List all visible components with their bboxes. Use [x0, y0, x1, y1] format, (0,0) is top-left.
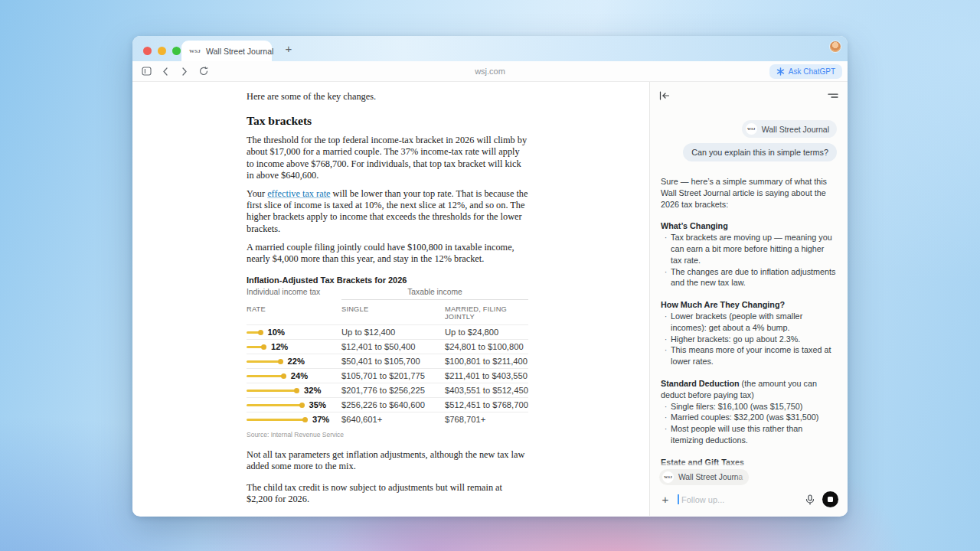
forward-icon[interactable]: [178, 65, 191, 77]
minimize-window-button[interactable]: [158, 47, 166, 55]
married-range: Up to $24,800: [445, 328, 528, 337]
table-row: 10%Up to $12,400Up to $24,800: [247, 324, 528, 339]
rate-bar-dot: [278, 359, 283, 364]
assistant-bullet: ·Single filers: $16,100 (was $15,750): [661, 401, 837, 412]
chart-rows: 10%Up to $12,400Up to $24,80012%$12,401 …: [247, 324, 528, 426]
add-attachment-button[interactable]: +: [659, 494, 671, 506]
single-range: Up to $12,400: [341, 328, 445, 337]
browser-toolbar: wsj.com Ask ChatGPT: [132, 61, 848, 82]
browser-window: WSJ Wall Street Journal +: [132, 36, 848, 517]
chart-source: Source: Internal Revenue Service: [247, 431, 528, 439]
wsj-badge-icon: WSJ: [746, 123, 757, 135]
married-range: $512,451 to $768,700: [445, 400, 528, 409]
rate-bar: [247, 404, 302, 406]
rate-label: 22%: [288, 357, 305, 366]
article-paragraph: Here are some of the key changes.: [247, 91, 528, 103]
rate-label: 37%: [312, 415, 329, 424]
single-range: $256,226 to $640,600: [341, 400, 445, 409]
ask-chatgpt-button[interactable]: Ask ChatGPT: [769, 64, 842, 79]
rate-bar-dot: [302, 417, 308, 422]
assistant-intro: Sure — here’s a simple summary of what t…: [661, 176, 837, 210]
rate-bar: [247, 360, 281, 363]
chat-panel: WSJ Wall Street Journal Can you explain …: [649, 82, 848, 516]
tab-title: Wall Street Journal: [206, 47, 273, 56]
openai-icon: [776, 67, 785, 76]
reload-icon[interactable]: [198, 65, 210, 77]
composer-context-chip[interactable]: WSJ Wall Street Journa: [659, 469, 749, 485]
ask-chatgpt-label: Ask ChatGPT: [789, 67, 835, 76]
assistant-bullet: ·Higher brackets: go up about 2.3%.: [661, 334, 837, 345]
assistant-bullet: ·The changes are due to inflation adjust…: [661, 266, 837, 289]
single-range: $50,401 to $105,700: [341, 357, 445, 366]
back-icon[interactable]: [159, 65, 172, 77]
context-chip-label: Wall Street Journal: [762, 125, 829, 134]
article-paragraph: Not all tax parameters get inflation adj…: [247, 449, 528, 472]
text-caret: [678, 494, 679, 504]
tab-wall-street-journal[interactable]: WSJ Wall Street Journal: [181, 41, 272, 61]
single-range: $201,776 to $256,225: [341, 386, 445, 395]
rate-label: 35%: [309, 400, 326, 409]
assistant-section-heading: How Much Are They Changing?: [661, 299, 837, 311]
chart-title: Inflation-Adjusted Tax Brackets for 2026: [247, 276, 528, 285]
new-tab-button[interactable]: +: [281, 41, 296, 57]
single-range: $12,401 to $50,400: [341, 342, 445, 351]
avatar[interactable]: [830, 41, 841, 52]
article-heading-tax-brackets: Tax brackets: [247, 114, 528, 128]
chart-group-label-right: Taxable income: [341, 288, 528, 300]
table-row: 24%$105,701 to $201,775$211,401 to $403,…: [247, 368, 528, 383]
married-range: $403,551 to $512,450: [445, 386, 528, 395]
zoom-window-button[interactable]: [172, 47, 181, 55]
table-row: 22%$50,401 to $105,700$100,801 to $211,4…: [247, 354, 528, 368]
article-paragraph: Your effective tax rate will be lower th…: [247, 188, 528, 235]
article-paragraph: The threshold for the top federal income…: [247, 135, 528, 181]
rate-bar-dot: [294, 388, 299, 393]
collapse-sidebar-icon[interactable]: [658, 90, 671, 102]
chat-messages: WSJ Wall Street Journal Can you explain …: [650, 112, 848, 468]
assistant-message: Sure — here’s a simple summary of what t…: [661, 176, 837, 468]
url-display[interactable]: wsj.com: [475, 67, 505, 76]
assistant-bullet: ·Lower brackets (people with smaller inc…: [661, 311, 837, 334]
tax-brackets-chart: Inflation-Adjusted Tax Brackets for 2026…: [247, 276, 528, 439]
stop-button[interactable]: [822, 491, 838, 507]
article-paragraph: A married couple filing jointly could ha…: [247, 242, 528, 265]
context-chip[interactable]: WSJ Wall Street Journal: [742, 120, 837, 138]
effective-tax-rate-link[interactable]: effective tax rate: [267, 188, 330, 199]
sidebar-toggle-icon[interactable]: [140, 65, 152, 77]
input-placeholder: Follow up...: [681, 495, 724, 504]
chart-group-label-left: Individual income tax: [247, 288, 341, 300]
assistant-bullet: ·Married couples: $32,200 (was $31,500): [661, 412, 837, 423]
assistant-section-heading: Standard Deduction (the amount you can d…: [661, 378, 837, 401]
article-paragraph: The new temporary deductions for tips, o…: [247, 514, 528, 516]
rate-bar-dot: [281, 373, 286, 379]
tab-strip: WSJ Wall Street Journal +: [132, 36, 848, 61]
rate-bar: [247, 375, 284, 377]
composer-chip-label: Wall Street Journa: [678, 473, 743, 481]
rate-bar-dot: [299, 403, 305, 408]
single-range: $105,701 to $201,775: [341, 371, 445, 380]
article-pane: Here are some of the key changes. Tax br…: [132, 82, 649, 516]
married-range: $768,701+: [445, 415, 528, 424]
married-range: $211,401 to $403,550: [445, 371, 528, 380]
assistant-section-heading: What’s Changing: [661, 220, 837, 232]
rate-bar-dot: [258, 330, 263, 335]
window-controls: [143, 47, 181, 55]
table-row: 32%$201,776 to $256,225$403,551 to $512,…: [247, 383, 528, 397]
microphone-icon[interactable]: [804, 494, 816, 506]
table-row: 12%$12,401 to $50,400$24,801 to $100,800: [247, 339, 528, 354]
wsj-favicon-icon: WSJ: [189, 48, 201, 54]
table-row: 35%$256,226 to $640,600$512,451 to $768,…: [247, 397, 528, 412]
user-message-bubble: Can you explain this in simple terms?: [683, 143, 837, 161]
assistant-bullet: ·Most people will use this rather than i…: [661, 423, 837, 446]
assistant-bullet: ·This means more of your income is taxed…: [661, 344, 837, 367]
follow-up-input[interactable]: Follow up...: [678, 494, 798, 504]
married-range: $24,801 to $100,800: [445, 342, 528, 351]
article-paragraph: The child tax credit is now subject to a…: [247, 482, 528, 505]
chat-menu-icon[interactable]: [827, 90, 839, 102]
chat-header: [650, 82, 848, 112]
chart-column-headers: RATE SINGLE MARRIED, FILING JOINTLY: [247, 305, 528, 324]
rate-bar: [247, 390, 297, 392]
wsj-badge-icon: WSJ: [662, 471, 674, 483]
stop-icon: [828, 497, 833, 502]
rate-label: 24%: [291, 371, 308, 380]
close-window-button[interactable]: [143, 47, 152, 55]
